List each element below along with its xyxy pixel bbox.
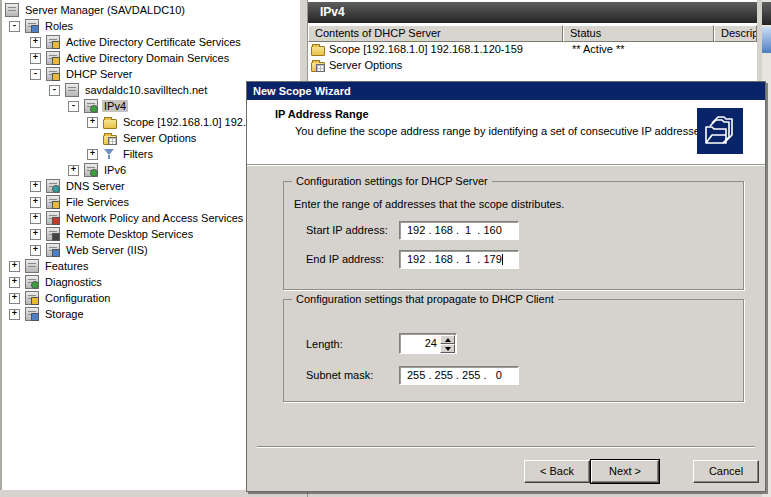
folder-icon <box>311 46 325 56</box>
group-hint-text: Enter the range of addresses that the sc… <box>294 198 564 210</box>
rds-icon <box>46 227 60 241</box>
tree-item-label: Scope [192.168.1.0] 192. <box>121 116 248 128</box>
list-row-server-options[interactable]: Server Options <box>308 57 757 73</box>
tree-item-adds[interactable]: + Active Directory Domain Services <box>2 50 300 66</box>
adds-icon <box>46 51 60 65</box>
server-options-icon <box>311 62 325 72</box>
column-header-contents[interactable]: Contents of DHCP Server <box>308 25 563 42</box>
tree-item-label: Features <box>43 260 90 272</box>
list-row-scope[interactable]: Scope [192.168.1.0] 192.168.1.120-159 **… <box>308 41 757 57</box>
expand-toggle-icon[interactable]: + <box>30 37 41 48</box>
length-stepper[interactable]: 24 <box>399 333 457 354</box>
spin-down-button[interactable] <box>440 344 455 353</box>
start-ip-input[interactable]: 192 . 168 . 1 . 160 <box>399 221 519 240</box>
scope-folder-icon <box>103 119 117 129</box>
tree-item-label: Active Directory Certificate Services <box>64 36 243 48</box>
expand-toggle-icon[interactable]: + <box>9 309 20 320</box>
collapse-toggle-icon[interactable]: - <box>68 101 79 112</box>
button-separator <box>257 446 755 448</box>
tree-item-label: File Services <box>64 196 131 208</box>
expand-toggle-icon[interactable]: + <box>30 181 41 192</box>
expand-toggle-icon[interactable]: + <box>30 229 41 240</box>
expand-toggle-icon[interactable]: + <box>87 117 98 128</box>
tree-item-label: Web Server (IIS) <box>64 244 150 256</box>
server-options-icon <box>103 135 117 145</box>
npas-icon <box>46 211 60 225</box>
tree-item-label: savdaldc10.savilltech.net <box>83 84 209 96</box>
results-pane-title: IPv4 <box>308 2 757 23</box>
server-host-icon <box>65 83 79 97</box>
tree-item-dhcp-server[interactable]: - DHCP Server <box>2 66 300 82</box>
length-value: 24 <box>425 337 437 349</box>
wizard-page-description: You define the scope address range by id… <box>295 125 708 137</box>
tree-item-label: Server Options <box>121 132 198 144</box>
wizard-page-heading: IP Address Range <box>275 108 369 120</box>
end-ip-input[interactable]: 192 . 168 . 1 . 179 <box>399 250 519 269</box>
tree-item-label: DNS Server <box>64 180 127 192</box>
tree-item-label: DHCP Server <box>64 68 134 80</box>
folders-stack-icon <box>697 108 743 154</box>
file-services-icon <box>46 195 60 209</box>
adcs-icon <box>46 35 60 49</box>
expand-toggle-icon[interactable]: + <box>68 165 79 176</box>
next-button[interactable]: Next > <box>591 460 659 483</box>
collapse-toggle-icon[interactable]: - <box>30 69 41 80</box>
cancel-button[interactable]: Cancel <box>693 460 759 483</box>
spin-up-button[interactable] <box>440 335 455 344</box>
ipv4-icon <box>84 99 98 113</box>
list-column-headers: Contents of DHCP Server Status Descript <box>308 25 757 42</box>
list-cell-name: Scope [192.168.1.0] 192.168.1.120-159 <box>329 43 563 55</box>
server-manager-icon <box>5 3 19 17</box>
tree-item-label: Server Manager (SAVDALDC10) <box>23 4 187 16</box>
tree-item-label: Configuration <box>43 292 112 304</box>
new-scope-wizard-dialog: New Scope Wizard IP Address Range You de… <box>246 81 766 492</box>
tree-item-label: Network Policy and Access Services <box>64 212 245 224</box>
storage-icon <box>25 307 39 321</box>
server-manager-window: Server Manager (SAVDALDC10) - Roles + Ac… <box>0 0 771 497</box>
expand-toggle-icon[interactable]: + <box>30 197 41 208</box>
length-label: Length: <box>306 338 343 350</box>
expand-toggle-icon[interactable]: + <box>30 53 41 64</box>
roles-icon <box>25 19 39 33</box>
tree-item-adcs[interactable]: + Active Directory Certificate Services <box>2 34 300 50</box>
actions-pane-item-edge <box>762 27 771 53</box>
expand-toggle-icon[interactable]: + <box>30 245 41 256</box>
configuration-icon <box>25 291 39 305</box>
tree-item-label: Filters <box>121 148 155 160</box>
list-cell-status: ** Active ** <box>563 43 722 55</box>
dhcp-server-icon <box>46 67 60 81</box>
wizard-header: IP Address Range You define the scope ad… <box>247 100 765 165</box>
tree-item-label: Remote Desktop Services <box>64 228 195 240</box>
column-header-status[interactable]: Status <box>563 25 714 42</box>
diagnostics-icon <box>25 275 39 289</box>
tree-item-label: Roles <box>43 20 75 32</box>
dns-server-icon <box>46 179 60 193</box>
group-legend: Configuration settings for DHCP Server <box>292 175 492 187</box>
tree-item-server-manager[interactable]: Server Manager (SAVDALDC10) <box>2 2 300 18</box>
expand-toggle-icon[interactable]: + <box>9 293 20 304</box>
expand-toggle-icon[interactable]: + <box>30 213 41 224</box>
text-caret <box>502 254 503 265</box>
expand-toggle-icon[interactable]: + <box>87 149 98 160</box>
list-cell-name: Server Options <box>329 59 563 71</box>
collapse-toggle-icon[interactable]: - <box>49 85 60 96</box>
web-server-icon <box>46 243 60 257</box>
expand-toggle-icon[interactable]: + <box>9 261 20 272</box>
back-button[interactable]: < Back <box>524 460 590 483</box>
group-legend: Configuration settings that propagate to… <box>292 293 558 305</box>
tree-item-roles[interactable]: - Roles <box>2 18 300 34</box>
tree-item-label-selected: IPv4 <box>102 100 128 112</box>
collapse-toggle-icon[interactable]: - <box>9 21 20 32</box>
filters-icon <box>103 147 117 161</box>
subnet-mask-input[interactable]: 255 . 255 . 255 . 0 <box>399 366 519 385</box>
group-dhcp-client-settings: Configuration settings that propagate to… <box>283 299 744 402</box>
end-ip-label: End IP address: <box>306 253 384 265</box>
column-header-description[interactable]: Descript <box>714 25 757 42</box>
dialog-title-bar[interactable]: New Scope Wizard <box>247 82 765 100</box>
tree-item-label: Storage <box>43 308 86 320</box>
tree-item-label: IPv6 <box>102 164 128 176</box>
start-ip-label: Start IP address: <box>306 224 388 236</box>
expand-toggle-icon[interactable]: + <box>9 277 20 288</box>
ipv6-icon <box>84 163 98 177</box>
features-icon <box>25 259 39 273</box>
